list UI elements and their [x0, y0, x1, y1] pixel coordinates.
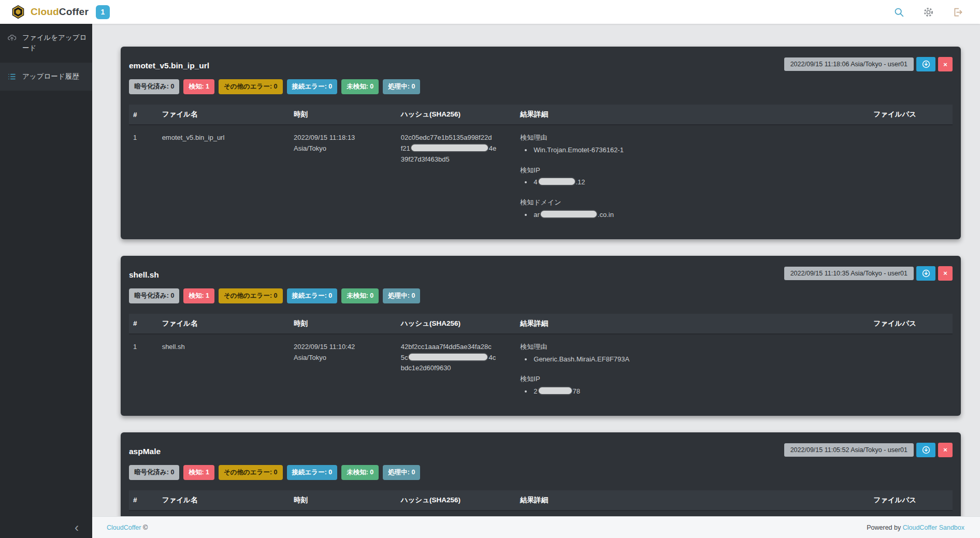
card-actions: 2022/09/15 11:05:52 Asia/Tokyo - user01 … — [784, 443, 953, 457]
status-badge-detected: 検知: 1 — [183, 288, 214, 303]
detail-item: Win.Trojan.Emotet-6736162-1 — [532, 145, 833, 156]
col-header-num: # — [129, 314, 158, 334]
row-details: 検知理由 Generic.Bash.MiraiA.EF8F793A 検知IP 2… — [516, 334, 837, 411]
row-number: 1 — [129, 125, 158, 234]
table-header-row: # ファイル名 時刻 ハッシュ(SHA256) 結果詳細 ファイルパス — [129, 314, 953, 334]
status-badge-row: 暗号化済み: 0 検知: 1 その他のエラー: 0 接続エラー: 0 未検知: … — [129, 465, 953, 480]
detail-section: 検知ドメイン ar.co.in — [520, 197, 833, 221]
row-filepath — [837, 334, 953, 411]
detail-heading: 検知IP — [520, 165, 833, 176]
topbar-actions — [893, 7, 967, 18]
status-badge-undetected: 未検知: 0 — [341, 288, 379, 303]
redaction-bar — [409, 354, 487, 360]
status-badge-processing: 処理中: 0 — [383, 465, 420, 480]
redaction-bar — [539, 387, 572, 394]
col-header-filename: ファイル名 — [158, 105, 290, 125]
card-title: emotet_v5.bin_ip_url — [129, 57, 209, 70]
search-icon[interactable] — [893, 7, 904, 18]
close-button[interactable]: × — [938, 266, 953, 281]
card-title: aspMale — [129, 443, 161, 456]
redaction-bar — [539, 178, 575, 185]
detail-item: ar.co.in — [532, 210, 833, 221]
footer-brand-link[interactable]: CloudCoffer — [107, 524, 141, 531]
download-icon — [921, 269, 931, 278]
logout-icon[interactable] — [953, 7, 963, 18]
card-header: emotet_v5.bin_ip_url 2022/09/15 11:18:06… — [129, 57, 953, 71]
redaction-bar — [411, 144, 488, 151]
row-filename: emotet_v5.bin_ip_url — [158, 125, 290, 234]
status-badge-detected: 検知: 1 — [183, 79, 214, 94]
detail-section: 検知IP 4.12 — [520, 165, 833, 188]
brand-logo[interactable]: CloudCoffer — [10, 4, 89, 20]
timestamp-label: 2022/09/15 11:10:35 Asia/Tokyo - user01 — [784, 267, 914, 280]
row-filepath — [837, 125, 953, 234]
row-time: 2022/09/15 11:18:13 Asia/Tokyo — [290, 125, 397, 234]
detail-section: 検知IP 278 — [520, 374, 833, 397]
card-actions: 2022/09/15 11:10:35 Asia/Tokyo - user01 … — [784, 266, 953, 281]
footer-sandbox-link[interactable]: CloudCoffer Sandbox — [903, 524, 964, 531]
download-icon — [921, 445, 931, 455]
download-icon — [921, 60, 931, 69]
timestamp-label: 2022/09/15 11:18:06 Asia/Tokyo - user01 — [784, 57, 914, 71]
table-header-row: # ファイル名 時刻 ハッシュ(SHA256) 結果詳細 ファイルパス — [129, 105, 953, 125]
sidebar-item-label: ファイルをアップロード — [22, 33, 88, 54]
footer: CloudCoffer © Powered by CloudCoffer San… — [92, 516, 980, 538]
status-badge-encrypted: 暗号化済み: 0 — [129, 465, 179, 480]
detail-item: 278 — [532, 386, 833, 397]
col-header-details: 結果詳細 — [516, 105, 837, 125]
row-number: 1 — [129, 334, 158, 411]
col-header-num: # — [129, 105, 158, 125]
close-button[interactable]: × — [938, 443, 953, 457]
col-header-hash: ハッシュ(SHA256) — [397, 490, 516, 511]
status-badge-other-error: その他のエラー: 0 — [219, 79, 283, 94]
status-badge-undetected: 未検知: 0 — [341, 79, 379, 94]
card-actions: 2022/09/15 11:18:06 Asia/Tokyo - user01 … — [784, 57, 953, 71]
status-badge-row: 暗号化済み: 0 検知: 1 その他のエラー: 0 接続エラー: 0 未検知: … — [129, 288, 953, 303]
footer-copyright: CloudCoffer © — [107, 524, 148, 531]
detail-heading: 検知理由 — [520, 133, 833, 143]
download-button[interactable] — [916, 57, 935, 71]
status-badge-undetected: 未検知: 0 — [341, 465, 379, 480]
top-bar: CloudCoffer 1 — [0, 0, 980, 24]
status-badge-encrypted: 暗号化済み: 0 — [129, 79, 179, 94]
table-header-row: # ファイル名 時刻 ハッシュ(SHA256) 結果詳細 ファイルパス — [129, 490, 953, 511]
sidebar-item-label: アップロード履歴 — [22, 71, 79, 82]
detail-section: 検知理由 Win.Trojan.Emotet-6736162-1 — [520, 133, 833, 156]
table-row: 1 emotet_v5.bin_ip_url 2022/09/15 11:18:… — [129, 125, 953, 234]
status-badge-row: 暗号化済み: 0 検知: 1 その他のエラー: 0 接続エラー: 0 未検知: … — [129, 79, 953, 94]
status-badge-encrypted: 暗号化済み: 0 — [129, 288, 179, 303]
col-header-hash: ハッシュ(SHA256) — [397, 314, 516, 334]
col-header-filename: ファイル名 — [158, 314, 290, 334]
status-badge-connection-error: 接続エラー: 0 — [287, 465, 338, 480]
detail-heading: 検知IP — [520, 374, 833, 385]
upload-count-badge[interactable]: 1 — [96, 5, 110, 19]
sidebar-collapse-button[interactable]: ‹ — [70, 519, 83, 536]
cloudcoffer-hex-icon — [10, 4, 26, 20]
detail-heading: 検知ドメイン — [520, 197, 833, 208]
gear-icon[interactable] — [923, 7, 934, 18]
sidebar-item-upload-file[interactable]: ファイルをアップロード — [0, 24, 92, 63]
col-header-filepath: ファイルパス — [837, 490, 953, 511]
card-title: shell.sh — [129, 266, 159, 280]
col-header-filename: ファイル名 — [158, 490, 290, 511]
status-badge-processing: 処理中: 0 — [383, 79, 420, 94]
col-header-details: 結果詳細 — [516, 490, 837, 511]
col-header-time: 時刻 — [290, 105, 397, 125]
col-header-num: # — [129, 490, 158, 511]
list-icon — [7, 72, 17, 81]
detail-section: 検知理由 Generic.Bash.MiraiA.EF8F793A — [520, 342, 833, 365]
sidebar-item-upload-history[interactable]: アップロード履歴 — [0, 63, 92, 91]
col-header-filepath: ファイルパス — [837, 105, 953, 125]
col-header-time: 時刻 — [290, 490, 397, 511]
download-button[interactable] — [916, 443, 935, 457]
status-badge-other-error: その他のエラー: 0 — [219, 288, 283, 303]
cloud-upload-icon — [7, 33, 17, 42]
col-header-filepath: ファイルパス — [837, 314, 953, 334]
status-badge-connection-error: 接続エラー: 0 — [287, 288, 338, 303]
close-button[interactable]: × — [938, 57, 953, 71]
download-button[interactable] — [916, 266, 935, 281]
col-header-time: 時刻 — [290, 314, 397, 334]
status-badge-connection-error: 接続エラー: 0 — [287, 79, 338, 94]
results-table: # ファイル名 時刻 ハッシュ(SHA256) 結果詳細 ファイルパス — [129, 490, 953, 511]
row-filename: shell.sh — [158, 334, 290, 411]
